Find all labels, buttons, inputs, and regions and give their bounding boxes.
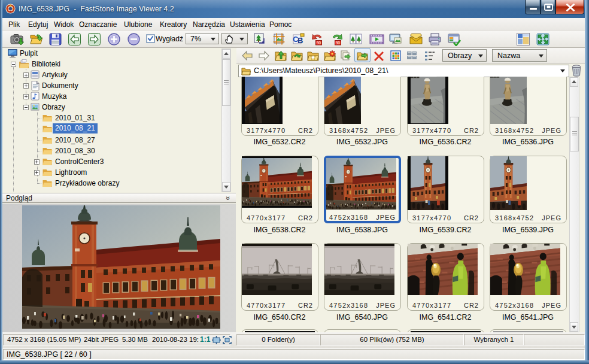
svg-text:90: 90 [317, 41, 321, 45]
svg-text:B: B [297, 36, 303, 45]
svg-text:90: 90 [336, 41, 341, 45]
